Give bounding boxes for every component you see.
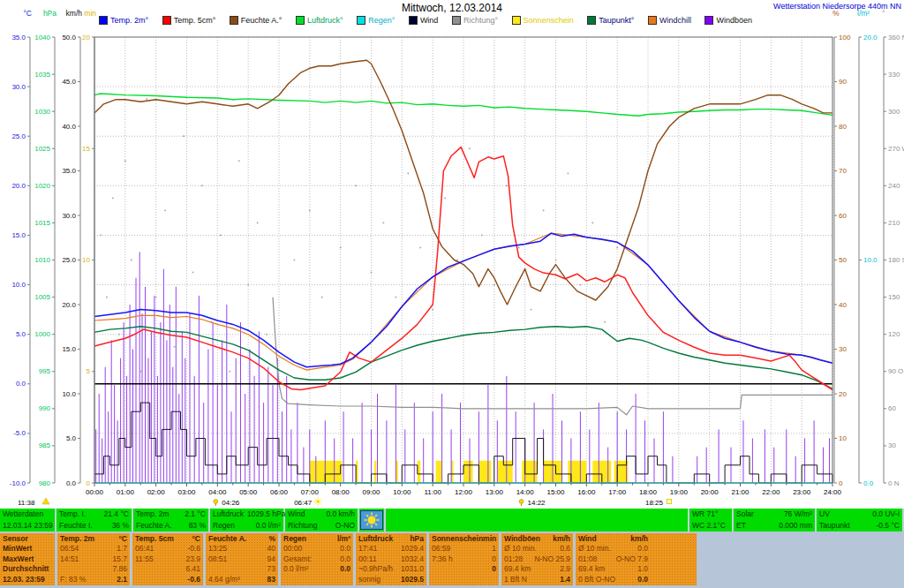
axis-label-min: 20 <box>82 34 90 41</box>
infobar-row: WR 71° <box>692 509 729 519</box>
legend-label: Temp. 2m° <box>110 16 148 25</box>
stats-col-luftdruck: LuftdruckhPa17:411029.400:111032.4~0.9hP… <box>356 533 426 585</box>
stats-cell-time: 06:41 <box>135 544 154 554</box>
axis-label-hpa: 1010 <box>34 256 50 264</box>
stats-cell-time: 11:55 <box>135 554 154 564</box>
axis-label-hpa: 1035 <box>34 71 50 79</box>
infobar-label: Regen <box>213 521 235 531</box>
axis-label-min: 5 <box>87 367 91 375</box>
stats-cell-time: 13:25 <box>208 544 227 554</box>
sunrise-icon <box>315 499 316 500</box>
axis-label-deg: 300 <box>888 108 900 116</box>
infobar-row: Temp. I.21.4 °C <box>59 509 129 519</box>
stats-cell-time: 01:28 <box>504 554 523 564</box>
stats-sensor-unit: min <box>483 534 496 544</box>
axis-label-pct: 60 <box>839 212 847 220</box>
legend-item-windchill: Windchill <box>648 16 691 25</box>
stats-cell: 69.4 km1.0 <box>578 564 648 574</box>
infobar-row: Luftdruck1029.5 hPa <box>213 509 281 519</box>
axis-label-hpa: 990 <box>39 404 51 412</box>
sunset-icon <box>667 500 671 504</box>
triangle-icon <box>42 498 49 504</box>
axis-label-kmh: 5.0 <box>66 434 77 442</box>
legend-swatch <box>704 16 713 25</box>
legend-swatch <box>648 16 657 25</box>
x-axis-label: 20:00 <box>701 488 719 496</box>
infobar-value: O-NO <box>335 521 355 531</box>
stats-sensor-name: Sonnenschein <box>432 534 483 544</box>
axis-label-pct: 80 <box>839 123 847 131</box>
x-axis-label: 23:00 <box>793 488 811 496</box>
axis-label-kmh: 45.0 <box>62 78 76 86</box>
x-axis-label: 19:00 <box>670 488 689 496</box>
axis-label-hpa: 1040 <box>34 34 50 41</box>
axis-label-pct: 0 <box>839 479 843 487</box>
axis-label-kmh: 30.0 <box>62 212 76 220</box>
stats-cell-time: 7:36 h <box>432 554 453 564</box>
stats-cell-value: 1.0 <box>637 564 648 574</box>
axis-label-pct: 70 <box>839 167 847 175</box>
infobar-label: 12.03.14 23:59 <box>3 521 53 531</box>
stats-cell-time: 1 Bft N <box>504 575 527 584</box>
stats-cell-value: 83 <box>267 575 275 584</box>
stats-cell: 00:111032.4 <box>358 554 424 564</box>
axis-label-pct: 50 <box>839 256 847 264</box>
stats-cell-value: 23.9 <box>185 554 200 564</box>
stats-cell-time: 00:00 <box>283 544 302 554</box>
stats-cell-time: sonnig <box>358 575 380 584</box>
stats-sensor-unit: km/h <box>630 534 648 544</box>
stats-cell-time: 01:08 <box>578 554 597 564</box>
legend-item-wind: Wind <box>409 16 439 25</box>
axis-label-hpa: 985 <box>39 441 51 449</box>
infobar-row: Solar76 W/m² <box>736 509 812 519</box>
axis-label-pct: 100 <box>839 34 851 41</box>
infobar-label: Temp. I. <box>59 509 86 519</box>
legend-label: Regen° <box>368 16 395 25</box>
stats-cell: 0.0 l/m²0.0 <box>283 564 350 574</box>
legend-label: Richtung° <box>463 16 498 25</box>
stats-col-sonnenschein: Sonnenscheinmin06:5917:36 h00 <box>429 533 499 585</box>
legend-swatch <box>99 16 108 25</box>
stats-sensor-unit: km/h <box>553 534 570 544</box>
axis-label-deg: 90 O <box>888 367 903 375</box>
infobar-row: ET0.000 mm <box>736 521 812 531</box>
axis-label-hpa: 1025 <box>34 145 50 153</box>
stats-cell-value: 15.7 <box>112 554 127 564</box>
x-axis-label: 21:00 <box>731 488 750 496</box>
stats-cell-value: 0.0 <box>340 564 350 574</box>
stats-cell: Ø 10 min.0.6 <box>504 544 570 554</box>
legend-item-sonnenschein: Sonnenschein <box>512 16 574 25</box>
stats-cell-time: 14:51 <box>60 554 79 564</box>
legend-label: Taupunkt° <box>599 16 634 25</box>
infobar-row: Taupunkt-0.5 °C <box>819 521 900 531</box>
stats-table: SensorMinWertMaxWertDurchschnitt12.03. 2… <box>0 533 699 585</box>
x-axis-label: 11:00 <box>424 488 441 496</box>
axis-label-c: 35.0 <box>11 34 26 41</box>
stats-cell-value: 1031.0 <box>401 564 424 574</box>
stats-col-header: Temp. 5cm°C <box>135 534 200 544</box>
sun-icon <box>359 509 384 531</box>
x-axis-label: 10:00 <box>393 488 411 496</box>
sunrise-icon <box>315 503 316 504</box>
stats-cell: 13:2540 <box>208 544 275 554</box>
stats-cell: 06:41-0.6 <box>135 544 200 554</box>
marker-moon-time: 04:26 <box>222 499 240 507</box>
legend-label: Sonnenschein <box>524 16 574 25</box>
axis-label-c: 10.0 <box>11 281 26 289</box>
stats-col-temp-5cm: Temp. 5cm°C06:41-0.611:5523.96.41-0.6 <box>132 533 203 585</box>
axis-label-pct: 30 <box>839 345 847 353</box>
current-readings-bar: Wetterdaten12.03.14 23:59Temp. I.21.4 °C… <box>0 509 904 531</box>
axis-label-deg: 330 <box>888 71 900 79</box>
axis-label-hpa: 980 <box>39 479 51 487</box>
stats-panel: SensorMinWertMaxWertDurchschnitt12.03. 2… <box>0 531 904 588</box>
stats-cell-time: 06:54 <box>60 544 79 554</box>
axis-label-deg: 30 <box>888 441 896 449</box>
stats-cell-time: 0.0 l/m² <box>283 564 308 574</box>
stats-cell-value: 1.7 <box>117 544 127 554</box>
infobar-cell-2: Temp. 2m2.1 °CFeuchte A.83 % <box>133 509 208 531</box>
x-axis-label: 12:00 <box>455 488 473 496</box>
stats-row-labels: SensorMinWertMaxWertDurchschnitt12.03. 2… <box>0 533 55 585</box>
axis-label-kmh: 25.0 <box>62 256 76 264</box>
axis-label-kmh: 10.0 <box>62 390 76 398</box>
stats-cell-value: 2.1 <box>117 575 127 584</box>
